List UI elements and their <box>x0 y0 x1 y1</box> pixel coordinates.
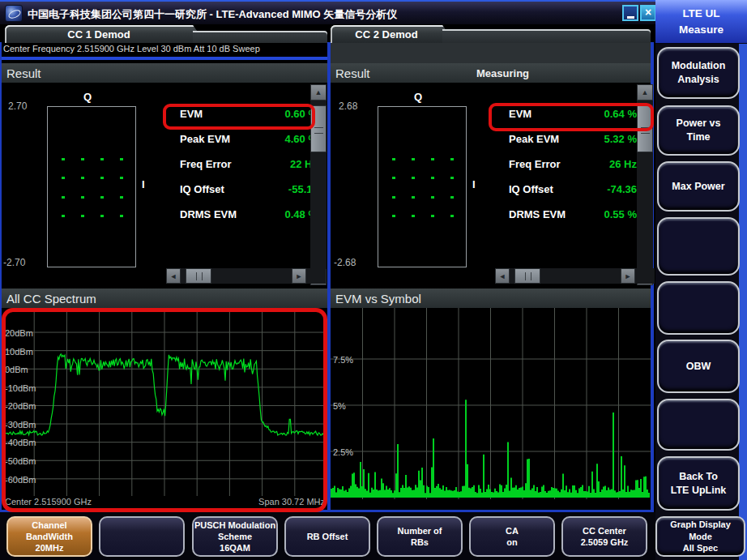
cc2-i-axis-label: I <box>472 178 476 190</box>
constellation-point <box>62 196 65 199</box>
cc1-ymax-label: 2.70 <box>8 100 27 112</box>
spectrum-title: All CC Spectrum <box>6 292 96 306</box>
cc1-result-title: Result <box>6 66 41 80</box>
spec-ytick: 10dBm <box>5 347 33 357</box>
sweep-settings-bar: Center Frequency 2.515900 GHz Level 30 d… <box>3 44 326 57</box>
scroll-thumb[interactable] <box>186 268 211 284</box>
graph-display-mode-button[interactable]: Graph Display Mode All Spec <box>655 516 745 557</box>
scroll-right-icon[interactable]: ► <box>292 268 306 284</box>
minimize-button[interactable] <box>622 5 638 21</box>
obw-button[interactable]: OBW <box>657 340 740 393</box>
power-vs-time-button[interactable]: Power vs Time <box>657 105 740 156</box>
cc1-constellation-plot <box>47 106 136 267</box>
pusch-modulation-scheme-button[interactable]: PUSCH Modulation Scheme 16QAM <box>192 516 278 557</box>
softkey-sidebar: LTE UL Measure Modulation Analysis Power… <box>655 0 747 560</box>
constellation-point <box>412 215 415 217</box>
cc1-i-axis-label: I <box>142 178 145 190</box>
constellation-point <box>81 196 84 199</box>
window-title: 中国电子科技集团公司第四十一研究所 - LTE-Advanced MIMO 矢量… <box>28 7 397 22</box>
cc2-metric-freq-error: Freq Error26 Hz <box>509 158 637 174</box>
constellation-point <box>392 196 395 199</box>
cc1-metric-iq-offset: IQ Offset-55.11 <box>180 183 318 199</box>
evm-ytick: 7.5% <box>333 355 353 365</box>
cc2-result-title: Result <box>335 66 370 80</box>
constellation-point <box>81 215 84 217</box>
max-power-button[interactable]: Max Power <box>657 161 740 212</box>
cc2-vertical-scrollbar[interactable]: ▲ ▼ <box>637 84 653 285</box>
cc2-result-header: Result Measuring <box>331 63 651 83</box>
title-bar: 中国电子科技集团公司第四十一研究所 - LTE-Advanced MIMO 矢量… <box>0 0 655 24</box>
constellation-point <box>412 196 415 199</box>
scroll-up-icon[interactable]: ▲ <box>637 84 653 100</box>
cc2-metric-peak-evm: Peak EVM5.32 % <box>509 133 637 149</box>
cc1-horizontal-scrollbar[interactable]: ◄ ► <box>166 268 326 284</box>
evm-ytick: 5% <box>333 401 346 411</box>
evm-title: EVM vs Symbol <box>335 292 421 306</box>
empty-softkey-button[interactable] <box>99 516 185 557</box>
rb-offset-button[interactable]: RB Offset <box>284 516 370 557</box>
sidebar-accent-strip <box>739 0 747 560</box>
back-to-lte-uplink-button[interactable]: Back To LTE UpLink <box>657 456 740 511</box>
constellation-point <box>392 215 395 217</box>
scroll-left-icon[interactable]: ◄ <box>495 268 510 284</box>
cc1-vertical-scrollbar[interactable]: ▲ ▼ <box>310 84 327 285</box>
scroll-thumb[interactable] <box>310 105 327 152</box>
tab-shelf <box>193 31 327 43</box>
cc2-constellation-plot <box>378 106 467 267</box>
constellation-point <box>431 215 434 217</box>
constellation-point <box>100 158 104 160</box>
constellation-point <box>412 177 415 179</box>
cc1-result-header: Result <box>2 63 327 83</box>
empty-softkey-button[interactable] <box>657 281 740 335</box>
empty-softkey-button[interactable] <box>657 217 740 276</box>
cc1-q-axis-label: Q <box>83 91 92 103</box>
constellation-point <box>81 177 84 179</box>
spec-ytick: 20dBm <box>5 328 33 338</box>
cc2-ymin-label: -2.68 <box>334 257 356 268</box>
constellation-point <box>450 196 454 199</box>
constellation-point <box>100 177 104 179</box>
scroll-right-icon[interactable]: ► <box>621 268 635 284</box>
evm-header: EVM vs Symbol <box>331 289 651 308</box>
cc1-ymin-label: -2.70 <box>3 257 25 268</box>
constellation-point <box>431 196 434 199</box>
sidebar-header: LTE UL Measure <box>655 0 747 44</box>
spec-ytick: -60dBm <box>5 475 36 485</box>
ca-on-button[interactable]: CA on <box>469 516 555 557</box>
number-of-rbs-button[interactable]: Number of RBs <box>377 516 463 557</box>
cc-center-button[interactable]: CC Center 2.5059 GHz <box>561 516 647 557</box>
constellation-point <box>120 158 123 160</box>
constellation-point <box>412 158 415 160</box>
scroll-up-icon[interactable]: ▲ <box>310 84 327 100</box>
constellation-point <box>62 158 65 160</box>
spec-ytick: -20dBm <box>5 401 36 411</box>
spec-ytick: -30dBm <box>5 420 36 430</box>
constellation-point <box>81 158 84 160</box>
app-logo-icon <box>5 5 23 22</box>
constellation-point <box>450 158 454 160</box>
modulation-analysis-button[interactable]: Modulation Analysis <box>657 47 740 99</box>
empty-softkey-button[interactable] <box>657 399 740 451</box>
constellation-point <box>100 215 104 217</box>
cc2-metric-iq-offset: IQ Offset-74.36 <box>509 183 637 199</box>
cc1-metric-evm: EVM0.60 % <box>180 108 318 124</box>
channel-bandwidth-button[interactable]: Channel BandWidth 20MHz <box>6 516 92 557</box>
spec-ytick: -10dBm <box>5 383 36 393</box>
close-button[interactable]: × <box>640 5 656 21</box>
tab-cc1-demod[interactable]: CC 1 Demod <box>5 25 206 43</box>
constellation-point <box>450 177 454 179</box>
constellation-point <box>62 177 65 179</box>
softkey-bottom-bar: Channel BandWidth 20MHz PUSCH Modulation… <box>0 512 655 560</box>
constellation-point <box>392 177 395 179</box>
spectrum-header: All CC Spectrum <box>2 289 327 308</box>
tab-cc2-demod[interactable]: CC 2 Demod <box>331 25 455 43</box>
spec-ytick: -40dBm <box>5 438 36 447</box>
cc2-ymax-label: 2.68 <box>339 100 357 112</box>
scroll-left-icon[interactable]: ◄ <box>166 268 181 284</box>
scroll-thumb[interactable] <box>514 268 540 284</box>
cc1-metric-peak-evm: Peak EVM4.60 % <box>180 133 318 149</box>
cc2-horizontal-scrollbar[interactable]: ◄ ► <box>495 268 655 284</box>
constellation-point <box>431 177 434 179</box>
constellation-point <box>62 215 65 217</box>
scroll-thumb[interactable] <box>637 105 653 152</box>
